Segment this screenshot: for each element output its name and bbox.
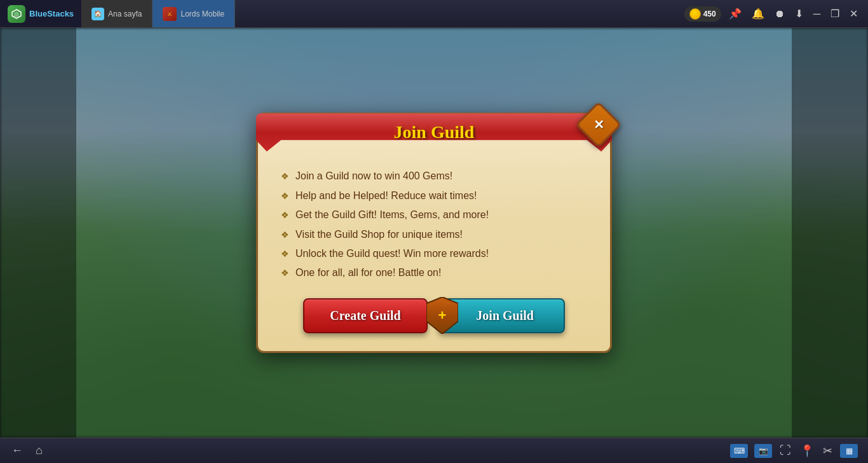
bullet-icon: ❖ bbox=[281, 229, 289, 242]
benefit-text-1: Join a Guild now to win 400 Gems! bbox=[295, 169, 452, 183]
back-icon[interactable]: ← bbox=[10, 443, 24, 459]
taskbar-top: BlueStacks 🏠 Ana sayfa ⚔ Lords Mobile 45… bbox=[0, 0, 868, 28]
dialog-title: Join Guild bbox=[394, 122, 475, 142]
benefit-text-4: Visit the Guild Shop for unique items! bbox=[295, 228, 463, 242]
camera-icon[interactable]: 📷 bbox=[754, 444, 772, 458]
bullet-icon: ❖ bbox=[281, 267, 289, 280]
close-dialog-button[interactable]: ✕ bbox=[575, 102, 622, 149]
benefit-text-5: Unlock the Guild quest! Win more rewards… bbox=[295, 247, 489, 261]
fullscreen-icon[interactable]: ⛶ bbox=[778, 443, 792, 459]
list-item: ❖ Unlock the Guild quest! Win more rewar… bbox=[281, 244, 587, 263]
home-icon[interactable]: ⌂ bbox=[34, 443, 44, 459]
dialog-header: Join Guild ✕ bbox=[258, 113, 610, 151]
join-guild-dialog: Join Guild ✕ ❖ Join a Guild now to win 4… bbox=[256, 113, 612, 352]
pin-icon[interactable]: 📌 bbox=[726, 5, 744, 22]
dialog-wrapper: Join Guild ✕ ❖ Join a Guild now to win 4… bbox=[0, 28, 868, 438]
minimize-icon[interactable]: ─ bbox=[811, 6, 823, 22]
bluestacks-logo-icon bbox=[8, 5, 25, 23]
create-guild-button[interactable]: Create Guild bbox=[303, 298, 427, 333]
bullet-icon: ❖ bbox=[281, 170, 289, 183]
bullet-icon: ❖ bbox=[281, 248, 289, 261]
taskbar-bottom: ← ⌂ ⌨ 📷 ⛶ 📍 ✂ ▦ bbox=[0, 438, 868, 463]
grid-icon[interactable]: ▦ bbox=[840, 444, 858, 458]
list-item: ❖ Visit the Guild Shop for unique items! bbox=[281, 225, 587, 244]
coins-amount: 450 bbox=[703, 10, 716, 18]
list-item: ❖ One for all, all for one! Battle on! bbox=[281, 263, 587, 282]
dialog-buttons: Create Guild bbox=[281, 298, 587, 338]
download-icon[interactable]: ⬇ bbox=[792, 5, 806, 22]
tab-home[interactable]: 🏠 Ana sayfa bbox=[81, 0, 153, 27]
benefit-text-6: One for all, all for one! Battle on! bbox=[295, 266, 441, 280]
home-tab-label: Ana sayfa bbox=[108, 10, 142, 18]
location-icon[interactable]: 📍 bbox=[799, 443, 815, 459]
tab-lords-mobile[interactable]: ⚔ Lords Mobile bbox=[153, 0, 235, 27]
game-tab-icon: ⚔ bbox=[163, 7, 177, 21]
game-tab-label: Lords Mobile bbox=[180, 10, 224, 18]
list-item: ❖ Join a Guild now to win 400 Gems! bbox=[281, 167, 587, 186]
coins-badge: 450 bbox=[684, 6, 721, 22]
guild-benefits-list: ❖ Join a Guild now to win 400 Gems! ❖ He… bbox=[281, 167, 587, 282]
close-window-icon[interactable]: ✕ bbox=[847, 5, 860, 22]
game-area: Join Guild ✕ ❖ Join a Guild now to win 4… bbox=[0, 28, 868, 438]
svg-marker-1 bbox=[14, 11, 19, 18]
close-dialog-icon: ✕ bbox=[593, 117, 604, 132]
dialog-body: ❖ Join a Guild now to win 400 Gems! ❖ He… bbox=[258, 151, 610, 350]
bell-icon[interactable]: 🔔 bbox=[749, 5, 767, 22]
benefit-text-2: Help and be Helped! Reduce wait times! bbox=[295, 189, 477, 203]
bottom-left-controls: ← ⌂ bbox=[10, 443, 44, 459]
scissor-icon[interactable]: ✂ bbox=[822, 443, 834, 459]
bullet-icon: ❖ bbox=[281, 190, 289, 203]
join-guild-button-wrapper: + Join Guild bbox=[438, 298, 565, 333]
join-guild-icon: + bbox=[426, 297, 458, 334]
keyboard-icon[interactable]: ⌨ bbox=[730, 444, 748, 458]
dialog-banner: Join Guild bbox=[256, 113, 612, 151]
coin-icon bbox=[689, 8, 701, 20]
taskbar-right: 450 📌 🔔 ⏺ ⬇ ─ ❐ ✕ bbox=[684, 5, 868, 22]
record-icon[interactable]: ⏺ bbox=[772, 6, 787, 22]
list-item: ❖ Get the Guild Gift! Items, Gems, and m… bbox=[281, 205, 587, 225]
benefit-text-3: Get the Guild Gift! Items, Gems, and mor… bbox=[295, 208, 489, 222]
home-tab-icon: 🏠 bbox=[92, 8, 104, 20]
bullet-icon: ❖ bbox=[281, 209, 289, 222]
maximize-icon[interactable]: ❐ bbox=[828, 5, 842, 22]
bluestacks-logo-area: BlueStacks bbox=[0, 0, 81, 27]
bluestacks-brand-label: BlueStacks bbox=[29, 9, 74, 18]
svg-text:+: + bbox=[438, 307, 446, 323]
bottom-right-controls: ⌨ 📷 ⛶ 📍 ✂ ▦ bbox=[730, 443, 858, 459]
list-item: ❖ Help and be Helped! Reduce wait times! bbox=[281, 186, 587, 205]
